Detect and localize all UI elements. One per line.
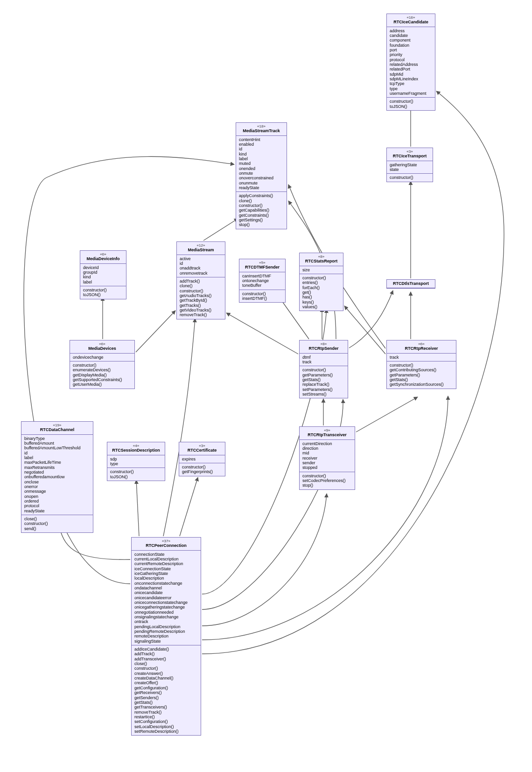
property: onicegatheringstatechange (134, 605, 198, 609)
property: bufferedAmountLowThreshold (24, 446, 90, 450)
method: addTransceiver() (134, 657, 198, 661)
method: keys() (302, 300, 340, 305)
class-title: RTCStatsReport (302, 259, 340, 263)
methods-section: constructor()getParameters()getStats()re… (300, 366, 348, 398)
class-header: «8»RTCStatsReport (300, 253, 343, 266)
method: getSettings() (239, 218, 284, 222)
class-title: RTCRtpTransceiver (302, 432, 352, 437)
properties-section: addresscandidatecomponentfoundationportp… (387, 27, 435, 98)
class-box-RTCSessionDescription[interactable]: «4»RTCSessionDescriptionsdptypeconstruct… (107, 442, 165, 481)
class-box-RTCCertificate[interactable]: «3»RTCCertificateexpiresconstructor()get… (179, 442, 225, 476)
methods-section: constructor() (387, 174, 433, 181)
method: getSenders() (134, 695, 198, 700)
property: bufferedAmount (24, 441, 90, 446)
class-header: RTCDtlsTransport (387, 280, 435, 288)
property: dtmf (302, 355, 345, 360)
property: negotiated (24, 470, 90, 475)
class-header: «37»RTCPeerConnection (132, 538, 201, 551)
class-box-MediaStream[interactable]: «12»MediaStreamactiveidonaddtrackonremov… (176, 241, 225, 319)
class-title: RTCDTMFSender (242, 265, 282, 269)
member-count: «9» (302, 428, 352, 432)
method: getCapabilities() (239, 208, 284, 212)
class-box-RTCRtpReceiver[interactable]: «6»RTCRtpReceivertrackconstructor()getCo… (386, 340, 456, 389)
class-box-RTCRtpTransceiver[interactable]: «9»RTCRtpTransceivercurrentDirectiondire… (299, 426, 355, 490)
property: component (390, 38, 432, 42)
class-box-MediaDevices[interactable]: «6»MediaDevicesondevicechangeconstructor… (70, 340, 135, 389)
property: ontrack (134, 619, 198, 624)
method: replaceTrack() (302, 382, 345, 387)
class-title: MediaStream (180, 248, 222, 252)
method: restartIce() (134, 715, 198, 719)
property: expires (182, 457, 222, 461)
method: getConfiguration() (134, 686, 198, 690)
property: onerror (24, 484, 90, 489)
property: address (390, 28, 432, 33)
class-box-RTCDTMFSender[interactable]: «5»RTCDTMFSendercanInsertDTMFontonechang… (239, 259, 286, 303)
class-header: «9»RTCRtpTransceiver (300, 427, 355, 440)
member-count: «18» (239, 124, 284, 128)
property: maxPacketLifeTime (24, 460, 90, 465)
method: setLocalDescription() (134, 724, 198, 729)
edge-RTCPeerConnection-RTCSessionDescription (136, 480, 139, 536)
class-box-RTCStatsReport[interactable]: «8»RTCStatsReportsizeconstructor()entrie… (299, 253, 343, 311)
edge-RTCRtpReceiver-RTCStatsReport (344, 306, 385, 354)
class-box-RTCPeerConnection[interactable]: «37»RTCPeerConnectionconnectionStatecurr… (131, 537, 201, 736)
class-box-MediaStreamTrack[interactable]: «18»MediaStreamTrackcontentHintenabledid… (236, 122, 287, 229)
property: mid (302, 451, 352, 455)
property: onnegotiationneeded (134, 610, 198, 615)
method: insertDTMF() (242, 296, 282, 301)
class-box-MediaDeviceInfo[interactable]: «6»MediaDeviceInfodeviceIdgroupIdkindlab… (80, 250, 126, 299)
property: onremovetrack (180, 271, 222, 276)
method: constructor() (390, 175, 430, 180)
class-title: RTCIceCandidate (390, 20, 432, 24)
properties-section: contentHintenabledidkindlabelmutedonende… (236, 136, 287, 192)
method: toJSON() (390, 104, 432, 109)
methods-section: constructor()getContributingSources()get… (387, 361, 456, 389)
property: onoverconstrained (239, 176, 284, 180)
property: groupId (83, 270, 123, 275)
method: createAnswer() (134, 671, 198, 676)
property: port (390, 48, 432, 52)
method: toJSON() (110, 475, 162, 479)
class-header: «4»RTCSessionDescription (107, 442, 165, 455)
class-box-RTCIceTransport[interactable]: «3»RTCIceTransportgatheringStatestatecon… (386, 148, 433, 182)
property: direction (302, 446, 352, 451)
method: getVideoTracks() (180, 308, 222, 312)
method: constructor() (182, 465, 222, 469)
method: clone() (180, 283, 222, 288)
property: localDescription (134, 576, 198, 581)
method: setStreams() (302, 392, 345, 397)
property: onbufferedamountlow (24, 475, 90, 479)
class-box-RTCDtlsTransport[interactable]: RTCDtlsTransport (386, 279, 435, 289)
property: candidate (390, 33, 432, 38)
class-title: RTCPeerConnection (134, 543, 198, 548)
class-box-RTCIceCandidate[interactable]: «16»RTCIceCandidateaddresscandidatecompo… (386, 14, 435, 111)
class-title: RTCRtpReceiver (390, 346, 453, 351)
class-header: «3»RTCIceTransport (387, 148, 433, 161)
edge-RTCRtpSender-MediaStream (226, 313, 298, 354)
edge-RTCRtpTransceiver-RTCRtpReceiver (356, 397, 418, 432)
method: addTrack() (180, 279, 222, 283)
member-count: «3» (182, 444, 222, 448)
property: track (390, 355, 453, 360)
method: getFingerprints() (182, 469, 222, 474)
property: onconnectionstatechange (134, 581, 198, 586)
class-box-RTCRtpSender[interactable]: «8»RTCRtpSenderdtmftrackconstructor()get… (299, 340, 348, 398)
properties-section: activeidonaddtrackonremovetrack (177, 255, 225, 277)
edge-RTCPeerConnection-RTCCertificate (180, 477, 198, 536)
method: clone() (239, 198, 284, 203)
properties-section: binaryTypebufferedAmountbufferedAmountLo… (21, 435, 93, 516)
class-box-RTCDataChannel[interactable]: «19»RTCDataChannelbinaryTypebufferedAmou… (21, 421, 93, 533)
method: send() (24, 526, 90, 531)
method: constructor() (390, 99, 432, 104)
method: constructor() (24, 521, 90, 526)
property: onopen (24, 494, 90, 499)
property: priority (390, 52, 432, 57)
property: type (110, 461, 162, 466)
property: onmessage (24, 489, 90, 494)
property: onaddtrack (180, 266, 222, 270)
method: getConstraints() (239, 213, 284, 218)
method: getTracks() (180, 303, 222, 308)
property: pendingRemoteDescription (134, 629, 198, 634)
class-title: MediaStreamTrack (239, 128, 284, 133)
